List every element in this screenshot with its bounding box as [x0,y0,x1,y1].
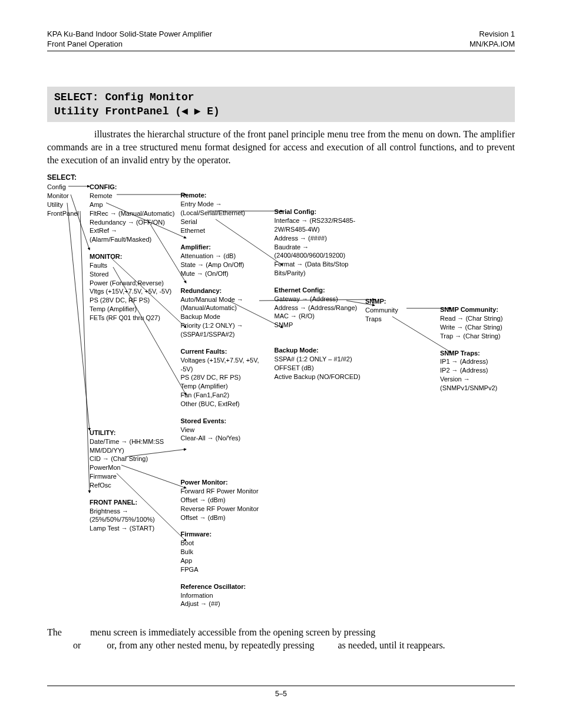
monitor-item: Temp (Amplifier) [90,305,176,314]
refosc-heading: Reference Oscillator: [181,582,270,591]
powermonitor-item: Forward RF Power Monitor Offset → (dBm) [181,487,270,505]
serialconfig-item: Baudrate → (2400/4800/9600/19200) [275,243,361,261]
config-item: Redundancy → (OFF/ON) [90,218,176,227]
currentfaults-item: Other (BUC, ExtRef) [181,400,270,409]
snmpcommunity-item: Trap → (Char String) [440,332,510,341]
config-item: Amp [90,200,176,209]
currentfaults-heading: Current Faults: [181,347,270,356]
redundancy-item: Auto/Manual Mode → (Manual/Automatic) [181,295,270,313]
page-footer: 5–5 [47,686,515,698]
remote-item: Entry Mode → (Local/Serial/Ethernet) [181,200,270,218]
storedevents-item: Clear-All → (No/Yes) [181,434,270,443]
lcd-line1: SELECT: Config Monitor [54,91,194,103]
currentfaults-item: Fan (Fan1,Fan2) [181,391,270,400]
remote-item: Serial [181,218,270,226]
amplifier-item: State → (Amp On/Off) [181,261,270,269]
snmp-item: Traps [365,315,435,324]
snmptraps-item: IP1 → (Address) [440,357,510,366]
powermonitor-heading: Power Monitor: [181,478,270,487]
ethernetconfig-heading: Ethernet Config: [275,286,361,295]
page-number: 5–5 [275,690,287,698]
serialconfig-heading: Serial Config: [275,207,361,216]
firmware-item: App [181,556,270,565]
tree-col-4: SNMP: Community Traps [365,183,440,608]
header-docid: MN/KPA.IOM [470,39,515,50]
backupmode-item: Active Backup (NO/FORCED) [275,373,361,381]
currentfaults-item: Temp (Amplifier) [181,382,270,391]
monitor-item: Power (Forward,Reverse) [90,279,176,288]
snmptraps-heading: SNMP Traps: [440,349,510,358]
tree-col-5: SNMP Community: Read → (Char String) Wri… [440,183,515,608]
refosc-item: Information [181,591,270,600]
amplifier-heading: Amplifier: [181,243,270,252]
lcd-display: SELECT: Config Monitor Utility FrontPane… [47,87,515,123]
firmware-item: FPGA [181,565,270,574]
firmware-item: Bulk [181,548,270,556]
snmp-heading: SNMP: [365,297,435,306]
config-item: ExtRef → (Alarm/Fault/Masked) [90,226,176,244]
snmpcommunity-item: Write → (Char String) [440,323,510,332]
snmpcommunity-heading: SNMP Community: [440,305,510,314]
redundancy-item: Backup Mode [181,312,270,321]
monitor-item: Stored [90,270,176,279]
currentfaults-item: PS (28V DC, RF PS) [181,373,270,382]
utility-item: RefOsc [90,481,176,490]
header-subtitle: Front Panel Operation [47,39,212,50]
remote-item: Ethernet [181,226,270,235]
config-heading: CONFIG: [90,183,176,192]
serialconfig-item: Format → (Data Bits/Stop Bits/Parity) [275,260,361,278]
header-revision: Revision 1 [470,29,515,39]
remote-heading: Remote: [181,191,270,200]
serialconfig-item: Address → (####) [275,234,361,243]
ethernetconfig-item: MAC → (R/O) [275,312,361,321]
currentfaults-item: Voltages (+15V,+7.5V, +5V, -5V) [181,356,270,374]
backupmode-item: OFFSET (dB) [275,364,361,373]
config-item: FltRec → (Manual/Automatic) [90,209,176,218]
paragraph-1: illustrates the hierarchal structure of … [47,128,515,166]
snmptraps-item: Version → (SNMPv1/SNMPv2) [440,375,510,393]
utility-item: Date/Time → (HH:MM:SS MM/DD/YY) [90,437,176,455]
root-monitor: Monitor [47,192,85,200]
utility-item: Firmware [90,472,176,481]
utility-heading: UTILITY: [90,429,176,437]
monitor-item: FETs (RF Q01 thru Q27) [90,314,176,322]
monitor-item: Faults [90,261,176,270]
frontpanel-heading: FRONT PANEL: [90,498,176,507]
ethernetconfig-item: SNMP [275,321,361,330]
root-utility: Utility [47,200,85,209]
refosc-item: Adjust → (##) [181,599,270,608]
tree-col-0: Config Monitor Utility FrontPanel [47,183,90,608]
frontpanel-item: Brightness → (25%/50%/75%/100%) [90,507,176,525]
lcd-line2: Utility FrontPanel (◀ ▶ E) [54,106,220,117]
header-title: KPA Ku-Band Indoor Solid-State Power Amp… [47,29,212,39]
snmp-item: Community [365,306,435,315]
ethernetconfig-item: Address → (Address/Range) [275,304,361,312]
tree-col-3: Serial Config: Interface → (RS232/RS485-… [275,183,365,608]
redundancy-item: Priority (1:2 ONLY) → (SSPA#1/SSPA#2) [181,321,270,339]
powermonitor-item: Reverse RF Power Monitor Offset → (dBm) [181,505,270,522]
redundancy-heading: Redundancy: [181,286,270,295]
monitor-item: Vltgs (+15V,+7.5V, +5V, -5V) [90,287,176,296]
storedevents-heading: Stored Events: [181,417,270,426]
snmptraps-item: IP2 → (Address) [440,366,510,375]
page-header: KPA Ku-Band Indoor Solid-State Power Amp… [47,29,515,51]
root-config: Config [47,183,85,192]
tree-col-2: Remote: Entry Mode → (Local/Serial/Ether… [181,183,275,608]
ethernetconfig-item: Gateway → (Address) [275,295,361,304]
amplifier-item: Mute → (On/Off) [181,269,270,278]
storedevents-item: View [181,426,270,434]
frontpanel-item: Lamp Test → (START) [90,524,176,533]
firmware-item: Boot [181,539,270,548]
menu-tree-figure: SELECT: Config Monitor Utility FrontPane… [47,173,515,608]
snmpcommunity-item: Read → (Char String) [440,314,510,323]
monitor-item: PS (28V DC, RF PS) [90,296,176,305]
monitor-heading: MONITOR: [90,252,176,261]
serialconfig-item: Interface → (RS232/RS485-2W/RS485-4W) [275,216,361,234]
paragraph-2: The menu screen is immediately accessibl… [47,626,515,651]
root-frontpanel: FrontPanel [47,209,85,218]
utility-item: PowerMon [90,463,176,472]
utility-item: CID → (Char String) [90,454,176,463]
backupmode-heading: Backup Mode: [275,346,361,355]
amplifier-item: Attenuation → (dB) [181,252,270,261]
select-heading: SELECT: [47,173,515,182]
